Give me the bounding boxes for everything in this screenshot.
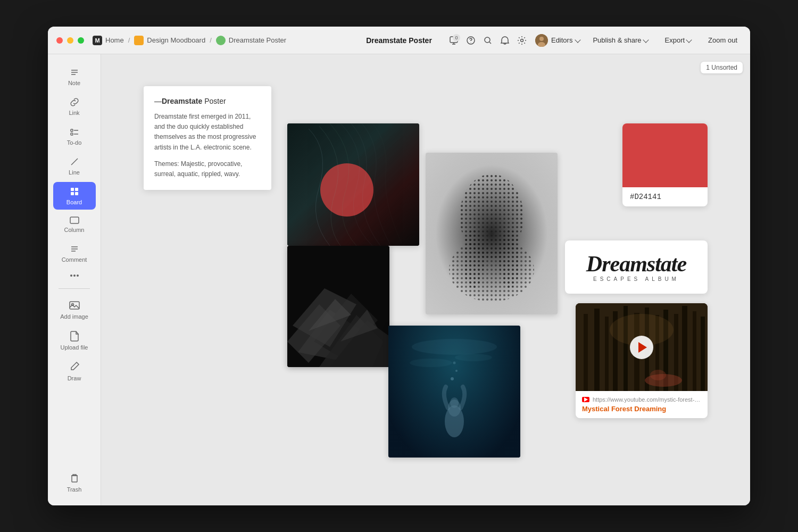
zoom-out-button[interactable]: Zoom out (704, 34, 742, 46)
sidebar-item-upload[interactable]: Upload file (53, 326, 96, 355)
svg-rect-10 (71, 129, 73, 131)
svg-point-45 (455, 354, 492, 361)
photo-underwater-card[interactable] (388, 326, 520, 458)
notification-badge: 0 (453, 34, 460, 41)
youtube-icon (582, 397, 589, 402)
sidebar-item-line[interactable]: Line (53, 152, 96, 180)
upload-label: Upload file (61, 344, 88, 351)
svg-point-24 (73, 275, 76, 277)
text-card[interactable]: —Dreamstate Poster Dreamstate first emer… (144, 86, 271, 190)
sidebar-item-link[interactable]: Link (53, 93, 96, 120)
trash-label: Trash (67, 486, 82, 493)
home-icon: M (93, 36, 102, 45)
breadcrumb-home[interactable]: M Home (93, 36, 124, 45)
svg-rect-53 (584, 314, 588, 391)
sidebar-item-board[interactable]: Board (53, 182, 96, 210)
sidebar-item-column[interactable]: Column (53, 212, 96, 237)
svg-point-23 (70, 275, 72, 277)
svg-rect-63 (682, 306, 687, 391)
photo-halftone-card[interactable] (426, 153, 558, 314)
svg-rect-26 (70, 302, 79, 309)
bell-icon[interactable] (500, 36, 510, 45)
settings-icon[interactable] (517, 36, 527, 45)
breadcrumb-moodboard-label: Design Moodboard (147, 36, 205, 44)
sidebar-item-trash[interactable]: Trash (53, 468, 96, 497)
breadcrumb-home-label: Home (105, 36, 124, 44)
add-image-label: Add image (60, 313, 88, 320)
maximize-button[interactable] (78, 37, 84, 44)
video-card[interactable]: https://www.youtube.com/mystic-forest-ep… (576, 303, 708, 418)
breadcrumb-moodboard[interactable]: Design Moodboard (134, 36, 205, 45)
publish-label: Publish & share (593, 36, 641, 44)
column-icon (69, 216, 80, 225)
svg-rect-18 (75, 192, 78, 195)
video-title: Mystical Forest Dreaming (582, 405, 701, 413)
line-label: Line (69, 169, 80, 176)
underwater-svg (388, 326, 520, 458)
editors-button[interactable]: Editors (535, 34, 580, 47)
traffic-lights (56, 37, 84, 44)
trash-icon (69, 472, 80, 484)
draw-icon (69, 361, 80, 373)
breadcrumb-sep-2: / (210, 36, 212, 44)
note-label: Note (68, 80, 80, 86)
export-button[interactable]: Export (661, 34, 696, 46)
text-card-body: Dreamstate first emerged in 2011, and th… (154, 112, 261, 153)
link-icon (69, 97, 80, 107)
draw-label: Draw (68, 375, 81, 381)
breadcrumb-poster-label: Dreamstate Poster (229, 36, 286, 44)
editors-chevron (575, 37, 581, 43)
sidebar-item-todo[interactable]: To-do (53, 122, 96, 150)
comment-icon (69, 244, 80, 254)
text-card-title: —Dreamstate Poster (154, 97, 261, 105)
help-icon[interactable] (466, 36, 476, 45)
upload-icon (69, 330, 80, 342)
publish-share-button[interactable]: Publish & share (588, 34, 652, 46)
close-button[interactable] (56, 37, 63, 44)
minimize-button[interactable] (67, 37, 73, 44)
photo-wind-card[interactable] (287, 123, 419, 246)
breadcrumb-poster[interactable]: Dreamstate Poster (216, 36, 286, 45)
svg-point-68 (650, 370, 666, 380)
brand-name: Dreamstate (586, 253, 686, 275)
sidebar-item-draw[interactable]: Draw (53, 357, 96, 386)
svg-rect-19 (70, 217, 79, 223)
sidebar-item-more[interactable] (53, 269, 96, 282)
play-icon (638, 342, 647, 353)
video-url: https://www.youtube.com/mystic-forest-ep… (593, 396, 701, 403)
svg-point-51 (453, 362, 456, 364)
svg-point-31 (449, 238, 534, 302)
svg-point-50 (455, 370, 458, 372)
topbar-icons: 0 (449, 36, 527, 45)
search-icon[interactable] (483, 36, 493, 45)
moodboard-icon (134, 36, 144, 45)
svg-point-25 (77, 275, 79, 277)
zoom-label: Zoom out (708, 36, 737, 44)
geo-shapes-svg (287, 246, 389, 367)
canvas-area[interactable]: 1 Unsorted —Dreamstate Poster Dreamstate… (101, 54, 750, 505)
text-card-themes: Themes: Majestic, provocative, surreal, … (154, 159, 261, 179)
svg-point-32 (463, 230, 484, 288)
geo-card[interactable] (287, 246, 389, 367)
sidebar-item-note[interactable]: Note (53, 63, 96, 90)
app-window: M Home / Design Moodboard / Dreamstate P… (48, 27, 750, 505)
svg-rect-15 (71, 188, 74, 191)
brand-subtitle: ESCAPES ALBUM (593, 276, 679, 282)
editors-label: Editors (551, 36, 572, 44)
color-swatch-card[interactable]: #D24141 (622, 123, 708, 206)
video-meta: https://www.youtube.com/mystic-forest-ep… (576, 391, 708, 418)
photo-hair-texture (287, 123, 419, 246)
svg-rect-54 (594, 309, 600, 391)
comment-label: Comment (62, 256, 87, 263)
poster-icon (216, 36, 226, 45)
yt-play-icon (584, 397, 588, 402)
sidebar-item-add-image[interactable]: Add image (53, 295, 96, 324)
play-button[interactable] (630, 336, 653, 359)
brand-card[interactable]: Dreamstate ESCAPES ALBUM (565, 240, 708, 294)
board-label: Board (66, 199, 82, 205)
device-icon[interactable]: 0 (449, 36, 459, 45)
sidebar-item-comment[interactable]: Comment (53, 239, 96, 267)
export-label: Export (665, 36, 685, 44)
svg-point-3 (520, 39, 523, 41)
sidebar-divider (59, 288, 90, 289)
